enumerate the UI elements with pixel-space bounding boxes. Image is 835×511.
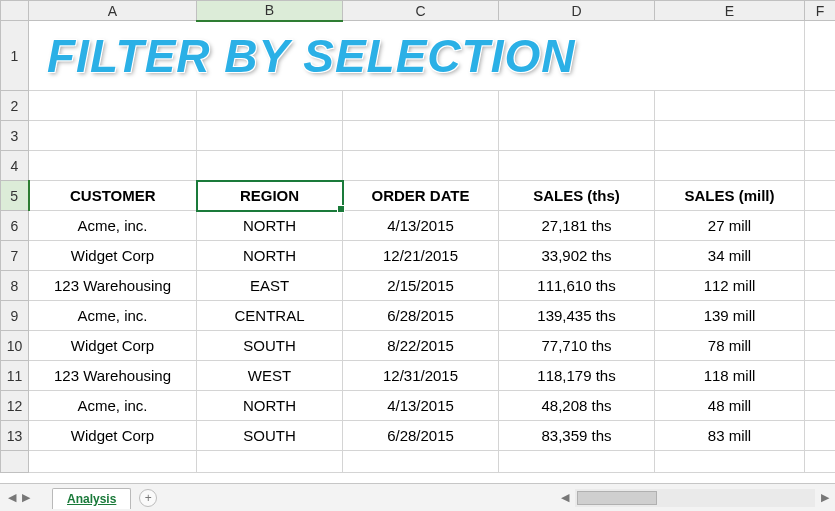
cell-D13[interactable]: 83,359 ths [499, 421, 655, 451]
cell-B4[interactable] [197, 151, 343, 181]
cell-C14[interactable] [343, 451, 499, 473]
cell-E13[interactable]: 83 mill [655, 421, 805, 451]
cell-B10[interactable]: SOUTH [197, 331, 343, 361]
row-header-6[interactable]: 6 [1, 211, 29, 241]
cell-F3[interactable] [805, 121, 836, 151]
row-header-2[interactable]: 2 [1, 91, 29, 121]
cell-D10[interactable]: 77,710 ths [499, 331, 655, 361]
spreadsheet-grid[interactable]: A B C D E F 1 FILTER BY SELECTION 2 3 4 … [0, 0, 835, 473]
tab-nav-prev-icon[interactable]: ◀ [8, 491, 16, 504]
tab-nav-next-icon[interactable]: ▶ [22, 491, 30, 504]
cell-E4[interactable] [655, 151, 805, 181]
row-header-3[interactable]: 3 [1, 121, 29, 151]
cell-A5[interactable]: CUSTOMER [29, 181, 197, 211]
cell-A12[interactable]: Acme, inc. [29, 391, 197, 421]
cell-B14[interactable] [197, 451, 343, 473]
cell-A8[interactable]: 123 Warehousing [29, 271, 197, 301]
cell-B5-selected[interactable]: REGION [197, 181, 343, 211]
cell-C2[interactable] [343, 91, 499, 121]
add-sheet-button[interactable]: + [139, 489, 157, 507]
cell-B9[interactable]: CENTRAL [197, 301, 343, 331]
row-header-1[interactable]: 1 [1, 21, 29, 91]
col-header-C[interactable]: C [343, 1, 499, 21]
cell-E8[interactable]: 112 mill [655, 271, 805, 301]
sheet-tab-analysis[interactable]: Analysis [52, 488, 131, 509]
cell-C11[interactable]: 12/31/2015 [343, 361, 499, 391]
cell-F7[interactable] [805, 241, 836, 271]
cell-C13[interactable]: 6/28/2015 [343, 421, 499, 451]
cell-A10[interactable]: Widget Corp [29, 331, 197, 361]
cell-E14[interactable] [655, 451, 805, 473]
row-header-12[interactable]: 12 [1, 391, 29, 421]
cell-C4[interactable] [343, 151, 499, 181]
scrollbar-thumb[interactable] [577, 491, 657, 505]
cell-D2[interactable] [499, 91, 655, 121]
horizontal-scrollbar[interactable]: ◀ ▶ [555, 483, 835, 511]
cell-C7[interactable]: 12/21/2015 [343, 241, 499, 271]
cell-E9[interactable]: 139 mill [655, 301, 805, 331]
cell-B11[interactable]: WEST [197, 361, 343, 391]
cell-F14[interactable] [805, 451, 836, 473]
cell-D5[interactable]: SALES (ths) [499, 181, 655, 211]
cell-E7[interactable]: 34 mill [655, 241, 805, 271]
cell-B3[interactable] [197, 121, 343, 151]
cell-D7[interactable]: 33,902 ths [499, 241, 655, 271]
cell-A9[interactable]: Acme, inc. [29, 301, 197, 331]
cell-F1[interactable] [805, 21, 836, 91]
cell-B12[interactable]: NORTH [197, 391, 343, 421]
cell-A3[interactable] [29, 121, 197, 151]
cell-E6[interactable]: 27 mill [655, 211, 805, 241]
cell-C6[interactable]: 4/13/2015 [343, 211, 499, 241]
cell-A13[interactable]: Widget Corp [29, 421, 197, 451]
cell-B13[interactable]: SOUTH [197, 421, 343, 451]
cell-E5[interactable]: SALES (mill) [655, 181, 805, 211]
row-header-9[interactable]: 9 [1, 301, 29, 331]
scroll-left-icon[interactable]: ◀ [555, 489, 575, 507]
col-header-F[interactable]: F [805, 1, 836, 21]
cell-E12[interactable]: 48 mill [655, 391, 805, 421]
cell-F9[interactable] [805, 301, 836, 331]
cell-F13[interactable] [805, 421, 836, 451]
scroll-right-icon[interactable]: ▶ [815, 489, 835, 507]
cell-C8[interactable]: 2/15/2015 [343, 271, 499, 301]
row-header-4[interactable]: 4 [1, 151, 29, 181]
row-header-13[interactable]: 13 [1, 421, 29, 451]
cell-A4[interactable] [29, 151, 197, 181]
cell-C12[interactable]: 4/13/2015 [343, 391, 499, 421]
cell-D6[interactable]: 27,181 ths [499, 211, 655, 241]
cell-C10[interactable]: 8/22/2015 [343, 331, 499, 361]
cell-A11[interactable]: 123 Warehousing [29, 361, 197, 391]
cell-C9[interactable]: 6/28/2015 [343, 301, 499, 331]
cell-A6[interactable]: Acme, inc. [29, 211, 197, 241]
cell-E3[interactable] [655, 121, 805, 151]
row-header-7[interactable]: 7 [1, 241, 29, 271]
cell-B8[interactable]: EAST [197, 271, 343, 301]
row-header-8[interactable]: 8 [1, 271, 29, 301]
cell-B6[interactable]: NORTH [197, 211, 343, 241]
cell-F11[interactable] [805, 361, 836, 391]
cell-C3[interactable] [343, 121, 499, 151]
cell-D4[interactable] [499, 151, 655, 181]
col-header-B[interactable]: B [197, 1, 343, 21]
row-header-14[interactable] [1, 451, 29, 473]
cell-E11[interactable]: 118 mill [655, 361, 805, 391]
cell-D9[interactable]: 139,435 ths [499, 301, 655, 331]
cell-F6[interactable] [805, 211, 836, 241]
cell-F4[interactable] [805, 151, 836, 181]
cell-F5[interactable] [805, 181, 836, 211]
cell-D8[interactable]: 111,610 ths [499, 271, 655, 301]
cell-D12[interactable]: 48,208 ths [499, 391, 655, 421]
cell-D11[interactable]: 118,179 ths [499, 361, 655, 391]
scrollbar-track[interactable] [575, 489, 815, 507]
select-all-corner[interactable] [1, 1, 29, 21]
cell-D14[interactable] [499, 451, 655, 473]
row-header-5[interactable]: 5 [1, 181, 29, 211]
col-header-A[interactable]: A [29, 1, 197, 21]
cell-A7[interactable]: Widget Corp [29, 241, 197, 271]
col-header-E[interactable]: E [655, 1, 805, 21]
cell-B7[interactable]: NORTH [197, 241, 343, 271]
cell-F2[interactable] [805, 91, 836, 121]
col-header-D[interactable]: D [499, 1, 655, 21]
row-header-10[interactable]: 10 [1, 331, 29, 361]
cell-A2[interactable] [29, 91, 197, 121]
